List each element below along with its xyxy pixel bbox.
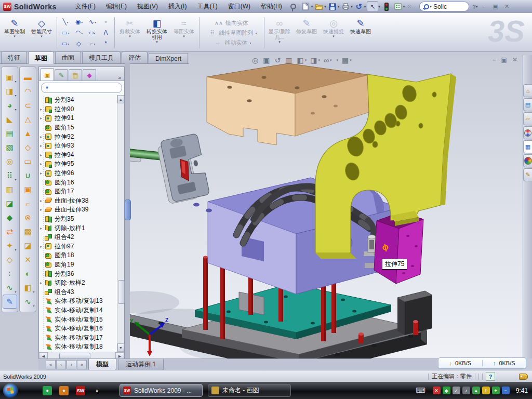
doc-minimize-button[interactable]: – [493,56,496,63]
polygon-icon[interactable]: ◇ [72,41,86,47]
zoom-fit-icon[interactable]: ◎ [252,56,259,64]
core-helix-icon[interactable]: ∿ ▾ [21,295,35,309]
messenger-icon[interactable]: ● [43,386,52,395]
smart-dimension-button[interactable]: ◇ 智能尺寸 ▾ [28,16,55,49]
appearance-icon[interactable]: ▾ [335,58,338,62]
start-button[interactable] [3,383,18,398]
chamfer-icon[interactable]: ◣ [3,112,17,126]
graphics-viewport[interactable]: ϕ [130,55,523,358]
tree-item[interactable]: 圆角18 [39,251,124,260]
expand-arrow-icon[interactable]: ▸ [40,135,45,139]
network-icon[interactable]: ▲ [472,387,480,394]
menu-item[interactable]: 窗口(W) [223,1,256,12]
restore-button[interactable]: ▣ [490,2,501,11]
arc-icon[interactable]: ◠▾ [72,30,86,36]
scene-icon[interactable]: ▤ ▾ [342,56,352,64]
offset-surface-icon[interactable]: ∪ [21,168,35,182]
tree-item[interactable]: ▸ 拉伸93 [39,141,124,151]
new-file-icon[interactable] [301,2,311,11]
text-icon[interactable]: A [99,30,113,36]
spline-icon[interactable]: ∿▾ [86,19,99,25]
display-delete-relations-button[interactable]: ∞ 显示/删除几... ▾ [266,16,293,49]
custom-properties-tab[interactable]: ✎ [523,168,532,181]
open-file-icon[interactable] [314,2,324,11]
replace-face-icon[interactable]: ▩ [21,224,35,238]
tree-item[interactable]: 实体-移动/复制14 [39,306,124,315]
tree-item[interactable]: 圆角16 [39,178,124,187]
solidworks-launcher-icon[interactable]: SW [76,386,85,395]
media-icon[interactable]: ● [59,386,69,395]
draft-icon[interactable]: ◪ [3,196,17,210]
menu-item[interactable]: 帮助(H) [256,1,287,12]
pin-icon[interactable] [289,2,300,11]
offset-entities-button[interactable]: ≈ 等距实体 ▾ [170,16,197,49]
tree-item[interactable]: ▸ 拉伸95 [39,159,124,169]
volume-icon[interactable]: ♪ [462,387,470,394]
boundary-surface-icon[interactable]: ▲ [21,126,35,140]
clamp-part[interactable] [156,134,210,204]
dimxpertmanager-tab[interactable]: ◆ [83,69,96,81]
tree-item[interactable]: ▸ 拉伸90 [39,105,124,114]
command-tab[interactable]: 评估 [122,51,148,63]
display-style-icon[interactable]: ◨ ▾ [310,56,320,64]
expand-arrow-icon[interactable]: ▸ [40,171,45,176]
command-tab[interactable]: 特征 [1,51,27,63]
ruled-surface-icon[interactable]: ⌐ [21,196,35,210]
rapid-sketch-button[interactable]: ✎ 快速草图 [347,16,374,49]
boss-extrude-icon[interactable]: ▣ ▾ [3,70,17,84]
slot-icon[interactable]: ▭▾ [59,41,72,47]
print-icon[interactable] [340,2,351,11]
axis-icon[interactable]: ∶ [3,267,17,281]
parting-line-icon[interactable]: ◪ [21,238,35,252]
menu-item[interactable]: 插入(I) [163,1,192,12]
tree-item[interactable]: 圆角17 [39,187,124,196]
expand-arrow-icon[interactable]: ▸ [40,143,45,148]
scroll-down-icon[interactable]: ▼ [117,343,124,352]
surface-loft-icon[interactable]: △ [21,112,35,126]
scroll-up-icon[interactable]: ▲ [117,95,124,103]
tree-item[interactable]: ▸ 切除-放样2 [39,278,124,288]
configurationmanager-tab[interactable]: ▤ [69,69,82,81]
tree-item[interactable]: 组合43 [39,287,124,297]
quick-snaps-button[interactable]: ◎ 快速捕捉 ▾ [320,16,347,49]
linear-pattern-icon[interactable]: ⠿ ▾ [3,168,17,182]
prev-study-button[interactable]: ‹ [56,360,66,369]
tree-item[interactable]: ▸ 拉伸97 [39,242,124,251]
tree-item[interactable]: 实体-移动/复制17 [39,333,124,342]
study-tab[interactable]: 运动算例 1 [118,359,164,370]
tree-item[interactable]: ▸ 曲面-拉伸39 [39,205,124,215]
tree-item[interactable]: ▸ 拉伸96 [39,169,124,178]
rib-icon[interactable]: ▥ [3,182,17,196]
surface-sweep-icon[interactable]: ⊂ [21,98,35,112]
command-tab[interactable]: 模具工具 [82,51,121,63]
propertymanager-tab[interactable]: ✎ [55,69,68,81]
menu-item[interactable]: 视图(V) [132,1,163,12]
command-tab[interactable]: 草图 [28,51,54,64]
more-chevron-icon[interactable]: » [92,386,102,395]
view-palette-tab[interactable]: ▦ [523,140,532,153]
tree-vertical-scrollbar[interactable]: ▲ ▼ [117,95,124,352]
windows-update-icon[interactable]: ✓ [453,387,460,394]
scroll-thumb[interactable] [118,280,125,304]
expand-arrow-icon[interactable]: ▸ [40,198,45,203]
rebuild-traffic-light-icon[interactable] [381,2,392,11]
tree-item[interactable]: ▸ 拉伸92 [39,132,124,141]
solidworks-media-tab[interactable] [523,126,532,139]
doc-close-button[interactable]: ✕ [512,56,517,63]
status-help-icon[interactable]: ? [486,372,495,381]
task-button[interactable]: 未命名 - 画图 [208,384,291,397]
hide-show-icon[interactable]: ∞ ▾ [324,56,332,64]
surface-revolve-icon[interactable]: ◠ [21,84,35,98]
tree-item[interactable]: 分割35 [39,215,124,224]
panel-splitter[interactable] [125,63,130,358]
tree-item[interactable]: 圆角15 [39,123,124,132]
tree-item[interactable]: 实体-移动/复制15 [39,315,124,324]
study-tab[interactable]: 模型 [88,359,116,370]
tree-item[interactable]: 分割34 [39,96,124,105]
save-icon[interactable] [327,2,338,11]
select-cursor-icon[interactable]: ↖ [367,1,378,12]
previous-view-icon[interactable]: ↺ [274,56,282,64]
tree-item[interactable]: 实体-移动/复制18 [39,342,124,352]
fillet-icon[interactable]: ◕ ▾ [3,98,17,112]
surface-extrude-icon[interactable]: ▬ [21,70,35,84]
